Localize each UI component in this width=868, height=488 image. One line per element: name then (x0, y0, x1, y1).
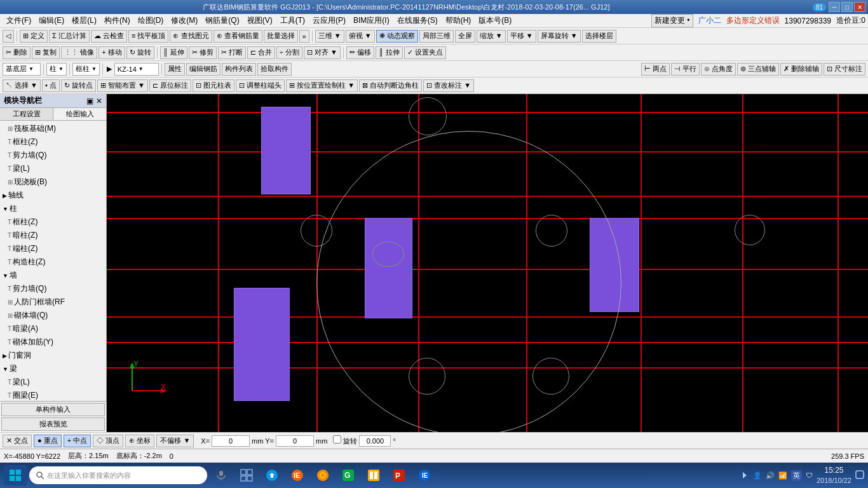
app-button-4[interactable]: G (337, 464, 360, 487)
select-tool-button[interactable]: ↖ 选择 ▼ (3, 79, 41, 92)
copy-button[interactable]: ⊞ 复制 (32, 46, 60, 59)
app-button-5[interactable] (362, 464, 385, 487)
app-button-1[interactable] (261, 464, 283, 487)
dimension-button[interactable]: ⊡ 尺寸标注 (824, 63, 865, 76)
y-input[interactable] (276, 435, 314, 447)
app-button-3[interactable] (311, 464, 334, 487)
more-button[interactable]: » (299, 30, 309, 43)
tree-item-masonry-rebar[interactable]: T砌体加筋(Y) (1, 336, 105, 349)
three-point-button[interactable]: ⊚ 三点辅轴 (737, 63, 779, 76)
trim-button[interactable]: ✂ 修剪 (189, 46, 217, 59)
app-button-6[interactable]: P (388, 464, 410, 487)
tree-item-struct-col[interactable]: T构造柱(Z) (1, 255, 105, 269)
tray-input-lang[interactable]: 英 (791, 470, 802, 481)
adjust-col-button[interactable]: ⊡ 调整柱端头 (236, 79, 285, 92)
tree-item-hidden-col[interactable]: T暗柱(Z) (1, 229, 105, 242)
break-button[interactable]: ✂ 打断 (218, 46, 246, 59)
find-elem-button[interactable]: ⊕ 查找图元 (170, 30, 212, 43)
close-button[interactable]: ✕ (854, 2, 865, 12)
move-button[interactable]: + 移动 (98, 46, 125, 59)
tray-notification[interactable] (855, 470, 864, 480)
snap-coord[interactable]: ⊕ 坐标 (125, 435, 154, 447)
tab-drawing-input[interactable]: 绘图输入 (53, 108, 106, 120)
calc-button[interactable]: Σ 汇总计算 (49, 30, 90, 43)
merge-button[interactable]: ⊏ 合并 (247, 46, 275, 59)
draw-by-pos-button[interactable]: ⊞ 按位置置绘制柱 ▼ (286, 79, 358, 92)
pan-button[interactable]: 平移 ▼ (507, 30, 536, 43)
tree-cat-beam[interactable]: ▼梁 (1, 362, 105, 376)
edit-rebar-button[interactable]: 编辑钢筋 (186, 63, 220, 76)
voice-input-button[interactable] (210, 464, 233, 487)
rotate-checkbox[interactable] (333, 435, 341, 444)
tree-item-ring-beam[interactable]: T圈梁(E) (1, 389, 105, 401)
tree-item-raft-foundation[interactable]: ⊞筏板基础(M) (1, 122, 105, 135)
tree-item-slab[interactable]: ⊞现浇板(B) (1, 175, 105, 189)
menu-floor[interactable]: 楼层(L) (68, 14, 100, 27)
delete-aux-button[interactable]: ✗ 删除辅轴 (780, 63, 822, 76)
menu-file[interactable]: 文件(F) (3, 14, 35, 27)
smart-place-button[interactable]: ⊞ 智能布置 ▼ (97, 79, 148, 92)
snap-intersection[interactable]: ✕ 交点 (3, 435, 32, 447)
app-button-2[interactable]: IE (286, 464, 309, 487)
panel-pin-icon[interactable]: ▣ (86, 97, 93, 105)
show-hidden-icons[interactable] (740, 471, 749, 480)
menu-view[interactable]: 视图(V) (243, 14, 276, 27)
fullscreen-button[interactable]: 全屏 (455, 30, 475, 43)
select-floor-button[interactable]: 选择楼层 (582, 30, 616, 43)
component-type-select[interactable]: 柱 (46, 63, 67, 76)
offset-button[interactable]: ✏ 偏移 (346, 46, 374, 59)
menu-component[interactable]: 构件(N) (100, 14, 134, 27)
dynamic-observe-button[interactable]: ❋ 动态观察 (376, 30, 418, 43)
flatten-button[interactable]: ≡ 找平板顶 (128, 30, 168, 43)
delete-button[interactable]: ✂ 删除 (3, 46, 31, 59)
tray-volume-icon[interactable]: 🔊 (766, 471, 775, 480)
taskbar-search[interactable]: 在这里输入你要搜索的内容 (29, 466, 207, 484)
report-preview-btn[interactable]: 报表预览 (1, 417, 105, 431)
col-table-button[interactable]: ⊡ 图元柱表 (193, 79, 234, 92)
tab-project-settings[interactable]: 工程设置 (0, 108, 53, 120)
single-component-btn[interactable]: 单构件输入 (1, 403, 105, 416)
tree-item-end-col[interactable]: T端柱(Z) (1, 242, 105, 255)
auto-judge-button[interactable]: ⊠ 自动判断边角柱 (359, 79, 422, 92)
start-button[interactable] (4, 465, 27, 485)
two-point-button[interactable]: ⊢ 两点 (641, 63, 670, 76)
tree-item-civil-wall[interactable]: ⊞人防门框墙(RF (1, 295, 105, 309)
snap-no-offset[interactable]: 不偏移 ▼ (156, 435, 194, 447)
app-button-7[interactable]: IE (413, 464, 436, 487)
tree-item-shear-wall2[interactable]: T剪力墙(Q) (1, 282, 105, 295)
minimize-button[interactable]: ─ (829, 2, 840, 12)
snap-midpoint[interactable]: ● 重点 (34, 435, 62, 447)
snap-center[interactable]: + 中点 (64, 435, 91, 447)
menu-online[interactable]: 在线服务(S) (393, 14, 442, 27)
tree-cat-opening[interactable]: ▶门窗洞 (1, 349, 105, 362)
tray-network-icon[interactable]: 📶 (778, 471, 787, 480)
local-3d-button[interactable]: 局部三维 (419, 30, 454, 43)
3d-button[interactable]: 三维 ▼ (315, 30, 344, 43)
cloud-check-button[interactable]: ☁ 云检查 (91, 30, 127, 43)
menu-rebar[interactable]: 钢筋量(Q) (201, 14, 243, 27)
tree-item-hidden-beam[interactable]: T暗梁(A) (1, 322, 105, 336)
inplace-anno-button[interactable]: ⊏ 原位标注 (149, 79, 191, 92)
stretch-button[interactable]: ║ 拉伸 (376, 46, 403, 59)
check-anno-button[interactable]: ⊡ 查改标注 ▼ (423, 79, 474, 92)
property-button[interactable]: 属性 (165, 63, 185, 76)
batch-select-button[interactable]: 批量选择 (264, 30, 298, 43)
menu-version[interactable]: 版本号(B) (475, 14, 515, 27)
cad-canvas[interactable]: Y X (107, 94, 868, 432)
tree-item-frame-col[interactable]: T框柱(Z) (1, 135, 105, 149)
menu-help[interactable]: 帮助(H) (442, 14, 475, 27)
menu-draw[interactable]: 绘图(D) (134, 14, 168, 27)
company-btn[interactable]: 广小二 (698, 15, 721, 26)
x-input[interactable] (212, 435, 250, 447)
tree-item-beam[interactable]: T梁(L) (1, 162, 105, 175)
panel-close-icon[interactable]: ✕ (96, 97, 102, 105)
point-angle-button[interactable]: ⊙ 点角度 (701, 63, 736, 76)
set-grip-button[interactable]: ✓ 设置夹点 (404, 46, 446, 59)
snap-vertex[interactable]: ◇ 顶点 (93, 435, 123, 447)
rotate-button[interactable]: ↻ 旋转 (126, 46, 154, 59)
component-id-select[interactable]: KZ-14 (114, 63, 159, 76)
mirror-button[interactable]: ⋮⋮ 镜像 (61, 46, 97, 59)
rotate-input[interactable] (359, 435, 391, 447)
rotate-point-button[interactable]: ↻ 旋转点 (61, 79, 96, 92)
menu-edit[interactable]: 编辑(E) (35, 14, 68, 27)
